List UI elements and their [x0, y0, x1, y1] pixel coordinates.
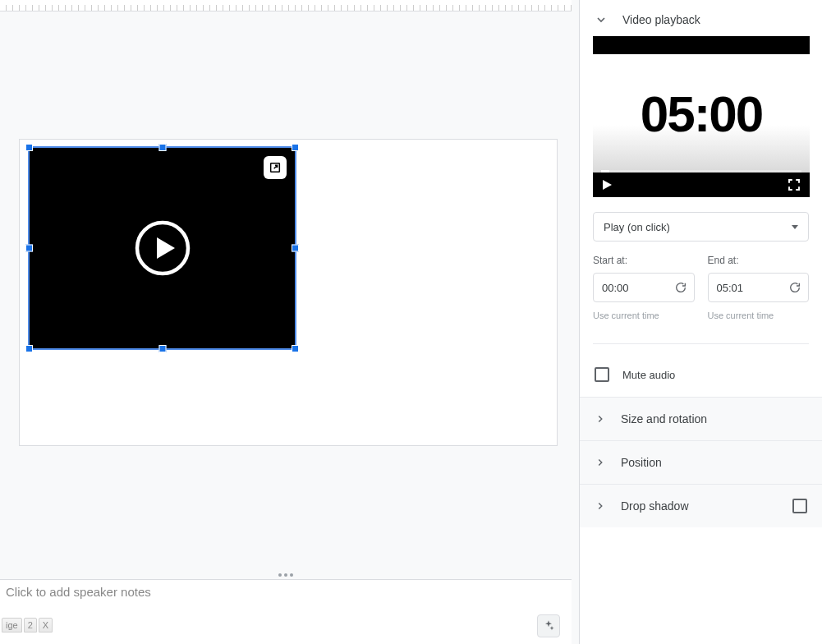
- end-at-col: End at: Use current time: [708, 255, 810, 320]
- start-at-input-wrap: [593, 273, 695, 302]
- preview-time-text: 05:00: [641, 85, 763, 143]
- dropshadow-checkbox[interactable]: [792, 499, 807, 513]
- reload-icon[interactable]: [674, 281, 687, 294]
- selection-handle-middle-left[interactable]: [25, 245, 33, 252]
- start-at-helper: Use current time: [593, 310, 695, 320]
- section-divider: [593, 343, 809, 344]
- selection-handle-middle-right[interactable]: [292, 245, 299, 252]
- preview-letterbox-top: [593, 36, 810, 54]
- position-section[interactable]: Position: [580, 440, 822, 484]
- dropdown-caret-icon: [792, 225, 798, 229]
- video-playback-section-header[interactable]: Video playback: [580, 0, 822, 36]
- svg-marker-2: [157, 237, 175, 259]
- explore-button[interactable]: [537, 614, 560, 637]
- video-object-selected[interactable]: [28, 146, 296, 350]
- speaker-notes-area[interactable]: Click to add speaker notes: [0, 579, 572, 608]
- selection-handle-top-right[interactable]: [292, 144, 299, 151]
- tab-2[interactable]: 2: [24, 618, 37, 632]
- selection-handle-bottom-left[interactable]: [25, 345, 33, 352]
- start-at-label: Start at:: [593, 255, 695, 266]
- chevron-right-icon: [595, 500, 606, 512]
- play-circle-icon[interactable]: [134, 219, 191, 277]
- svg-marker-3: [603, 180, 612, 190]
- dropshadow-section[interactable]: Drop shadow: [580, 484, 822, 527]
- mute-audio-label: Mute audio: [622, 369, 675, 381]
- start-at-input[interactable]: [602, 282, 651, 294]
- tab-1[interactable]: ige: [2, 618, 22, 632]
- speaker-notes-placeholder: Click to add speaker notes: [6, 585, 151, 599]
- explore-icon: [542, 619, 555, 632]
- speaker-notes-resize-handle[interactable]: [0, 571, 572, 579]
- mute-audio-checkbox[interactable]: [595, 367, 609, 382]
- tab-3[interactable]: X: [39, 618, 53, 632]
- position-title: Position: [621, 456, 662, 469]
- slide-canvas[interactable]: [0, 12, 572, 585]
- slide[interactable]: [19, 139, 558, 446]
- ruler-horizontal[interactable]: [0, 0, 572, 12]
- size-rotation-section[interactable]: Size and rotation: [580, 397, 822, 440]
- end-at-helper: Use current time: [708, 310, 810, 320]
- bottom-tabs: ige 2 X: [2, 618, 53, 632]
- play-mode-value: Play (on click): [604, 221, 670, 233]
- video-playback-title: Video playback: [622, 13, 700, 26]
- popout-button[interactable]: [264, 156, 287, 179]
- fullscreen-icon[interactable]: [787, 177, 801, 192]
- format-options-sidebar: Video playback 05:00 Play (on click) Sta…: [579, 0, 822, 644]
- play-mode-dropdown[interactable]: Play (on click): [593, 212, 809, 242]
- time-range-row: Start at: Use current time End at: Use c…: [593, 255, 809, 320]
- bottom-bar: ige 2 X: [0, 608, 572, 644]
- chevron-right-icon: [595, 457, 606, 468]
- end-at-label: End at:: [708, 255, 810, 266]
- preview-seek-bar[interactable]: [601, 170, 801, 172]
- selection-handle-bottom-middle[interactable]: [158, 345, 166, 352]
- chevron-right-icon: [595, 413, 606, 425]
- preview-frame: 05:00: [593, 54, 810, 172]
- reload-icon[interactable]: [788, 281, 801, 294]
- open-in-new-icon: [269, 161, 282, 174]
- selection-handle-bottom-right[interactable]: [292, 345, 299, 352]
- video-preview[interactable]: 05:00: [593, 36, 810, 197]
- chevron-down-icon: [595, 13, 608, 26]
- start-at-col: Start at: Use current time: [593, 255, 695, 320]
- end-at-input[interactable]: [717, 282, 766, 294]
- mute-audio-row[interactable]: Mute audio: [580, 367, 822, 397]
- dropshadow-title: Drop shadow: [621, 499, 689, 513]
- preview-controls: [593, 172, 810, 197]
- preview-play-button[interactable]: [601, 179, 613, 191]
- selection-handle-top-left[interactable]: [25, 144, 33, 151]
- selection-handle-top-middle[interactable]: [158, 144, 166, 151]
- end-at-input-wrap: [708, 273, 810, 302]
- size-rotation-title: Size and rotation: [621, 412, 707, 426]
